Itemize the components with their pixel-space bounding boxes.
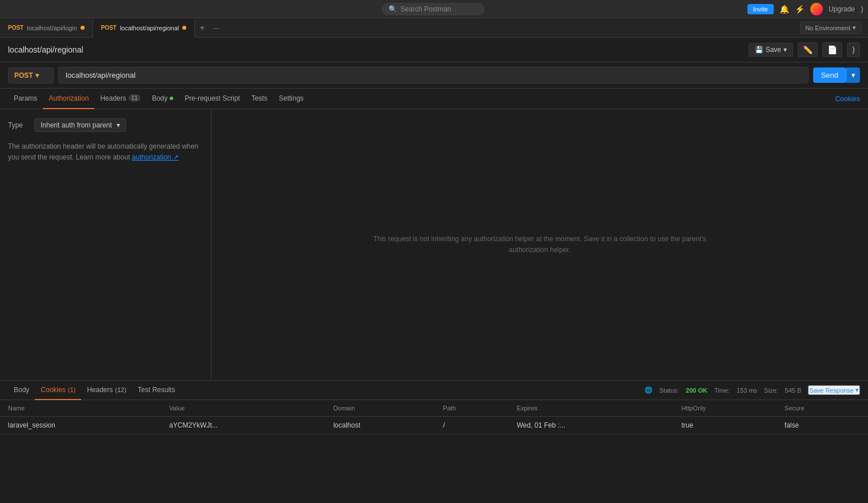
tab-headers-badge: 11 <box>129 94 141 102</box>
auth-type-row: Type Inherit auth from parent ▾ <box>8 118 203 132</box>
cell-expires: Wed, 01 Feb :... <box>509 417 673 434</box>
add-tab-button[interactable]: + <box>195 18 209 38</box>
avatar[interactable] <box>810 3 823 15</box>
bottom-tab-headers[interactable]: Headers (12) <box>81 381 132 400</box>
col-value: Value <box>161 400 325 417</box>
globe-icon: 🌐 <box>645 386 653 394</box>
top-bar-right: Invite 🔔 ⚡ Upgrade ⟩ <box>747 3 863 15</box>
search-icon: 🔍 <box>389 5 397 13</box>
tab-tests[interactable]: Tests <box>246 89 273 109</box>
bell-icon[interactable]: 🔔 <box>779 5 789 14</box>
tab-url-login: localhost/api/login <box>27 25 77 31</box>
request-bar: localhost/api/regional 💾 Save ▾ ✏️ 📄 ⟩ <box>0 38 868 62</box>
main-content: Type Inherit auth from parent ▾ The auth… <box>0 109 868 380</box>
cell-name: laravel_session <box>0 417 161 434</box>
bottom-tab-headers-label: Headers <box>87 386 113 394</box>
tab-method-login: POST <box>8 25 23 31</box>
tab-authorization[interactable]: Authorization <box>43 89 94 109</box>
auth-description: The authorization header will be automat… <box>8 141 202 163</box>
tab-regional[interactable]: POST localhost/api/regional <box>93 18 195 38</box>
type-dropdown-arrow: ▾ <box>117 121 120 129</box>
method-label: POST <box>14 71 33 79</box>
save-icon: 💾 <box>755 46 763 54</box>
bottom-tabs-bar: Body Cookies (1) Headers (12) Test Resul… <box>0 381 868 400</box>
save-response-label: Save Response <box>809 387 854 394</box>
bottom-tab-test-results[interactable]: Test Results <box>132 381 181 400</box>
nav-tabs: Params Authorization Headers 11 Body Pre… <box>0 89 868 109</box>
type-label: Type <box>8 121 23 129</box>
time-label: Time: <box>714 387 730 394</box>
send-dropdown-button[interactable]: ▾ <box>846 67 860 83</box>
cell-domain: localhost <box>325 417 435 434</box>
save-response-button[interactable]: Save Response ▾ <box>808 385 860 395</box>
tabs-right: No Environment ▾ <box>800 22 868 34</box>
edit-icon-button[interactable]: ✏️ <box>798 42 818 57</box>
search-placeholder: Search Postman <box>401 5 451 13</box>
tab-params-label: Params <box>14 94 37 102</box>
invite-button[interactable]: Invite <box>747 4 774 14</box>
cookie-table: Name Value Domain Path Expires HttpOnly … <box>0 400 868 434</box>
save-dropdown-arrow: ▾ <box>783 46 787 54</box>
tab-url-regional: localhost/api/regional <box>120 25 179 31</box>
right-panel: This request is not inheriting any autho… <box>211 109 868 380</box>
bottom-tab-cookies-badge: (1) <box>68 386 75 393</box>
col-secure: Secure <box>777 400 868 417</box>
bottom-tab-cookies[interactable]: Cookies (1) <box>35 381 81 400</box>
expand-icon[interactable]: ⟩ <box>861 5 863 14</box>
status-value: 200 OK <box>686 387 707 394</box>
search-bar[interactable]: 🔍 Search Postman <box>382 3 485 15</box>
environment-select[interactable]: No Environment ▾ <box>800 22 861 34</box>
doc-icon-button[interactable]: 📄 <box>822 42 842 57</box>
time-value: 153 ms <box>737 387 757 394</box>
upgrade-button[interactable]: Upgrade <box>829 5 855 13</box>
auth-link[interactable]: authorization ↗ <box>132 153 179 161</box>
tab-headers[interactable]: Headers 11 <box>94 89 146 109</box>
bottom-tab-cookies-label: Cookies <box>41 386 65 394</box>
table-row: laravel_session aYCM2YkWJt... localhost … <box>0 417 868 434</box>
cell-value: aYCM2YkWJt... <box>161 417 325 434</box>
cell-httponly: true <box>673 417 776 434</box>
tab-login[interactable]: POST localhost/api/login <box>0 18 93 38</box>
type-select[interactable]: Inherit auth from parent ▾ <box>34 118 126 132</box>
send-label: Send <box>821 71 838 79</box>
tab-headers-label: Headers <box>100 94 126 102</box>
url-row: POST ▾ Send ▾ <box>0 62 868 89</box>
tab-method-regional: POST <box>101 25 117 31</box>
col-httponly: HttpOnly <box>673 400 776 417</box>
tab-dot-login <box>81 26 85 30</box>
tab-body[interactable]: Body <box>146 89 179 109</box>
method-select[interactable]: POST ▾ <box>8 67 54 83</box>
nav-tabs-right: Cookies <box>835 95 860 103</box>
bottom-panel: Body Cookies (1) Headers (12) Test Resul… <box>0 380 868 434</box>
status-label: Status: <box>659 387 679 394</box>
size-value: 545 B <box>785 387 802 394</box>
tab-settings-label: Settings <box>279 94 303 102</box>
more-tabs-button[interactable]: ··· <box>210 23 223 33</box>
col-expires: Expires <box>509 400 673 417</box>
cell-path: / <box>435 417 509 434</box>
bottom-tab-body-label: Body <box>14 386 29 394</box>
url-input[interactable] <box>58 67 809 83</box>
tab-settings[interactable]: Settings <box>273 89 309 109</box>
cookies-link[interactable]: Cookies <box>835 95 860 103</box>
tab-body-dot <box>170 97 173 100</box>
sidebar-toggle-button[interactable]: ⟩ <box>847 42 860 57</box>
request-actions: 💾 Save ▾ ✏️ 📄 ⟩ <box>749 42 860 57</box>
send-button[interactable]: Send <box>813 67 846 83</box>
tab-pre-request[interactable]: Pre-request Script <box>179 89 246 109</box>
tab-params[interactable]: Params <box>8 89 43 109</box>
type-value: Inherit auth from parent <box>41 121 112 129</box>
col-name: Name <box>0 400 161 417</box>
tab-authorization-label: Authorization <box>49 94 89 102</box>
col-domain: Domain <box>325 400 435 417</box>
send-button-wrap: Send ▾ <box>813 67 860 83</box>
bottom-tab-body[interactable]: Body <box>8 381 35 400</box>
tabs-bar: POST localhost/api/login POST localhost/… <box>0 18 868 38</box>
request-title: localhost/api/regional <box>8 45 83 54</box>
notification-icon[interactable]: ⚡ <box>795 5 805 14</box>
save-button[interactable]: 💾 Save ▾ <box>749 43 793 57</box>
save-response-dropdown-arrow: ▾ <box>855 386 859 394</box>
environment-label: No Environment <box>805 25 850 31</box>
bottom-tab-headers-badge: (12) <box>115 386 127 393</box>
top-bar: 🔍 Search Postman Invite 🔔 ⚡ Upgrade ⟩ <box>0 0 868 18</box>
